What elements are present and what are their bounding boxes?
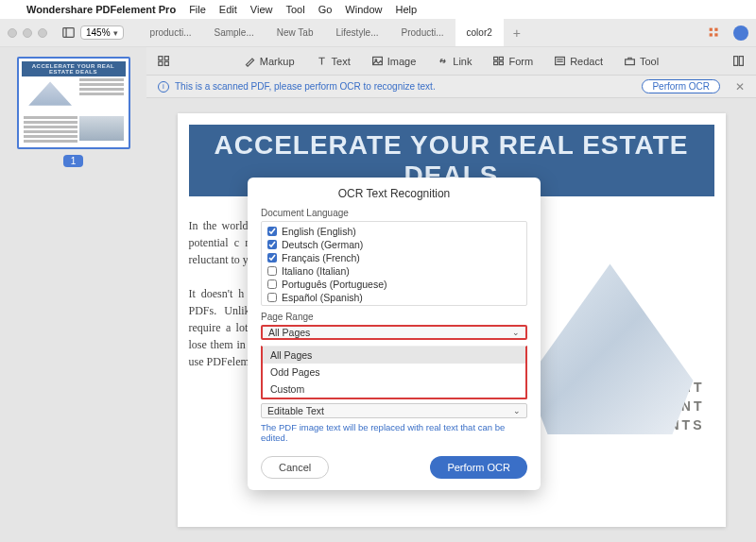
cb-italian[interactable]: [267, 266, 277, 276]
svg-rect-20: [734, 57, 738, 66]
lang-option-portuguese[interactable]: Português (Portuguese): [267, 278, 521, 291]
app-name[interactable]: Wondershare PDFelement Pro: [26, 4, 176, 15]
tab-2[interactable]: New Tab: [266, 19, 325, 46]
perform-ocr-bar-button[interactable]: Perform OCR: [642, 79, 720, 93]
thumbnails-view-icon[interactable]: [158, 55, 170, 67]
chevron-down-icon: ⌄: [512, 328, 520, 337]
thumb-hero-text: ACCELERATE YOUR REAL ESTATE DEALS: [22, 61, 126, 76]
redact-icon: [554, 55, 566, 67]
cb-french[interactable]: [267, 253, 277, 263]
svg-rect-4: [710, 33, 713, 36]
dialog-title: OCR Text Recognition: [261, 187, 527, 200]
document-tabs: producti... Sample... New Tab Lifestyle.…: [139, 19, 702, 46]
cb-english[interactable]: [267, 227, 277, 236]
lang-option-german[interactable]: Deutsch (German): [267, 238, 521, 251]
svg-rect-7: [164, 57, 168, 60]
close-window-button[interactable]: [8, 28, 17, 38]
tab-0[interactable]: producti...: [139, 19, 203, 46]
language-listbox[interactable]: English (English) Deutsch (German) Franç…: [261, 221, 527, 306]
ocr-notice-text: This is a scanned PDF, please perform OC…: [175, 81, 436, 92]
thumbnail-sidebar: ACCELERATE YOUR REAL ESTATE DEALS 1: [0, 47, 146, 542]
tool-tool[interactable]: Tool: [624, 55, 659, 67]
language-label: Document Language: [261, 208, 527, 218]
link-icon: [437, 55, 449, 67]
svg-rect-2: [710, 28, 713, 31]
page-range-select[interactable]: All Pages ⌄: [261, 325, 527, 340]
svg-rect-15: [500, 61, 504, 64]
cb-german[interactable]: [267, 240, 277, 249]
tab-5[interactable]: color2: [455, 19, 504, 46]
cb-portuguese[interactable]: [267, 279, 277, 289]
toolbox-icon: [624, 55, 636, 67]
image-icon: [371, 55, 384, 67]
tab-4[interactable]: Producti...: [390, 19, 455, 46]
tool-markup[interactable]: Markup: [244, 55, 295, 67]
svg-rect-12: [494, 57, 498, 59]
editor-toolbar: Markup Text Image Link Form Redact Tool: [146, 47, 756, 76]
tab-3[interactable]: Lifestyle...: [324, 19, 389, 46]
tool-image[interactable]: Image: [371, 55, 417, 67]
perform-ocr-button[interactable]: Perform OCR: [430, 456, 527, 479]
text-icon: [316, 55, 328, 67]
tool-form[interactable]: Form: [492, 55, 533, 67]
range-option-custom[interactable]: Custom: [263, 381, 525, 398]
cb-spanish[interactable]: [267, 293, 277, 302]
svg-rect-21: [739, 57, 743, 66]
svg-rect-8: [159, 61, 163, 65]
tab-1[interactable]: Sample...: [203, 19, 266, 46]
svg-rect-14: [494, 61, 498, 64]
svg-rect-6: [159, 57, 163, 60]
zoom-select[interactable]: 145%▾: [80, 25, 124, 40]
sidebar-toggle-icon[interactable]: [62, 26, 75, 39]
output-type-select[interactable]: Editable Text ⌄: [261, 403, 527, 418]
lang-option-english[interactable]: English (English): [267, 225, 521, 238]
svg-rect-3: [714, 28, 717, 31]
output-type-value: Editable Text: [267, 405, 324, 416]
ocr-dialog: OCR Text Recognition Document Language E…: [248, 178, 541, 490]
menu-view[interactable]: View: [250, 4, 273, 15]
tool-text[interactable]: Text: [316, 55, 351, 67]
info-icon: i: [158, 81, 169, 93]
svg-rect-19: [626, 59, 635, 65]
svg-rect-5: [714, 33, 717, 36]
chevron-down-icon: ⌄: [513, 406, 521, 415]
close-notice-button[interactable]: ✕: [735, 80, 745, 93]
minimize-window-button[interactable]: [23, 28, 32, 38]
lang-option-italian[interactable]: Italiano (Italian): [267, 264, 521, 278]
cancel-button[interactable]: Cancel: [261, 456, 329, 479]
chevron-down-icon: ▾: [113, 28, 118, 38]
tool-redact[interactable]: Redact: [554, 55, 603, 67]
maximize-window-button[interactable]: [38, 28, 47, 38]
user-avatar[interactable]: [733, 25, 748, 41]
page-range-value: All Pages: [268, 327, 310, 338]
window-frame: 145%▾ producti... Sample... New Tab Life…: [0, 19, 756, 542]
menu-file[interactable]: File: [189, 4, 206, 15]
svg-rect-9: [164, 61, 168, 65]
lang-option-spanish[interactable]: Español (Spanish): [267, 291, 521, 304]
app-grid-icon[interactable]: [708, 26, 720, 39]
window-titlebar: 145%▾ producti... Sample... New Tab Life…: [0, 19, 756, 47]
form-icon: [492, 55, 505, 67]
page-range-dropdown: All Pages Odd Pages Custom: [261, 346, 527, 399]
markup-icon: [244, 55, 256, 67]
tool-link[interactable]: Link: [437, 55, 472, 67]
svg-rect-16: [556, 57, 565, 64]
menu-tool[interactable]: Tool: [285, 4, 304, 15]
macos-menubar: Wondershare PDFelement Pro File Edit Vie…: [0, 0, 756, 19]
new-tab-button[interactable]: +: [504, 19, 530, 46]
range-option-all[interactable]: All Pages: [263, 347, 525, 364]
menu-help[interactable]: Help: [395, 4, 417, 15]
page-thumbnail-1[interactable]: ACCELERATE YOUR REAL ESTATE DEALS: [17, 57, 130, 149]
page-range-label: Page Range: [261, 312, 527, 322]
lang-option-french[interactable]: Français (French): [267, 251, 521, 264]
page-display-icon[interactable]: [732, 55, 745, 67]
menu-edit[interactable]: Edit: [219, 4, 237, 15]
page-number-badge: 1: [63, 155, 84, 167]
traffic-lights: [8, 28, 47, 38]
menu-go[interactable]: Go: [318, 4, 333, 15]
svg-rect-0: [63, 28, 74, 38]
output-note: The PDF image text will be replaced with…: [261, 422, 527, 443]
range-option-odd[interactable]: Odd Pages: [263, 364, 525, 381]
zoom-value: 145%: [86, 27, 111, 38]
menu-window[interactable]: Window: [345, 4, 382, 15]
